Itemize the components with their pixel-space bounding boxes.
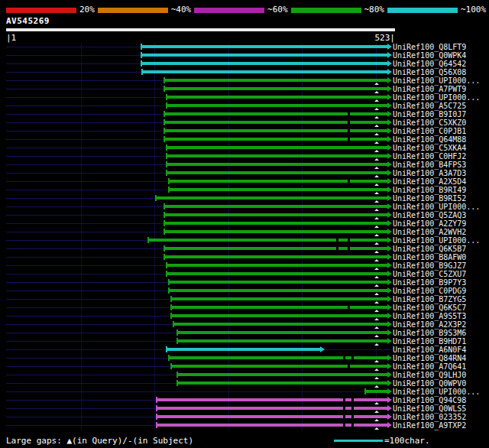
hit-label[interactable]: UniRef100_A6N0F4 xyxy=(393,346,466,354)
alignment-bar[interactable] xyxy=(164,121,388,124)
alignment-bar[interactable] xyxy=(167,96,388,99)
hit-label[interactable]: UniRef100_B9GJZ7 xyxy=(393,261,466,270)
alignment-bar[interactable] xyxy=(164,112,388,115)
hit-label[interactable]: UniRef100_Q94C98 xyxy=(393,396,466,404)
alignment-bar[interactable] xyxy=(169,356,387,359)
hit-label[interactable]: UniRef100_UPI000... xyxy=(393,93,480,102)
hit-label[interactable]: UniRef100_A2ZY79 xyxy=(393,219,466,228)
hit-label[interactable]: UniRef100_A7PWT9 xyxy=(393,85,466,93)
alignment-bar[interactable] xyxy=(164,205,388,208)
alignment-bar[interactable] xyxy=(167,163,388,166)
alignment-bar[interactable] xyxy=(142,70,388,73)
hit-label[interactable]: UniRef100_023352 xyxy=(393,413,466,421)
hit-label[interactable]: UniRef100_UPI000... xyxy=(393,388,480,396)
alignment-bar[interactable] xyxy=(148,239,387,242)
alignment-bar[interactable] xyxy=(164,230,388,233)
alignment-bar[interactable] xyxy=(164,129,388,132)
alignment-bar[interactable] xyxy=(177,339,387,342)
bar-start-tick xyxy=(156,405,157,411)
alignment-bar[interactable] xyxy=(164,87,388,90)
alignment-bar[interactable] xyxy=(167,171,388,174)
hit-label[interactable]: UniRef100_UPI000... xyxy=(393,203,480,211)
hit-label[interactable]: UniRef100_B9P7Y3 xyxy=(393,278,466,287)
hit-label[interactable]: UniRef100_A9S5T3 xyxy=(393,312,466,320)
alignment-bar[interactable] xyxy=(141,54,388,57)
hit-label[interactable]: UniRef100_Q0WLS5 xyxy=(393,404,466,413)
subject-gap-mark xyxy=(348,138,350,141)
alignment-bar[interactable] xyxy=(167,146,388,149)
alignment-bar[interactable] xyxy=(164,79,388,82)
bar-end-arrow xyxy=(387,363,392,369)
alignment-bar[interactable] xyxy=(171,365,387,368)
hit-label[interactable]: UniRef100_B4FPS3 xyxy=(393,161,466,169)
alignment-bar[interactable] xyxy=(167,104,388,107)
hit-label[interactable]: UniRef100_B9RI49 xyxy=(393,186,466,194)
alignment-bar[interactable] xyxy=(164,138,388,141)
hit-label[interactable]: UniRef100_C0PDG9 xyxy=(393,287,466,295)
hit-label[interactable]: UniRef100_Q0WPV0 xyxy=(393,379,466,388)
subject-gap-mark xyxy=(343,407,345,410)
hit-label[interactable]: UniRef100_C5XKA4 xyxy=(393,144,466,152)
hit-label[interactable]: UniRef100_B9I0J7 xyxy=(393,110,466,118)
alignment-bar[interactable] xyxy=(167,154,388,157)
alignment-bar[interactable] xyxy=(164,247,388,250)
alignment-row: UniRef100_Q8LFT9 xyxy=(0,43,489,51)
hit-label[interactable]: UniRef100_Q6K5B7 xyxy=(393,245,466,253)
alignment-bar[interactable] xyxy=(164,222,388,225)
hit-label[interactable]: UniRef100_C0PJB1 xyxy=(393,127,466,135)
hit-label[interactable]: UniRef100_UPI000... xyxy=(393,236,480,245)
alignment-row: UniRef100_Q64542 xyxy=(0,60,489,68)
hit-label[interactable]: UniRef100_B9HD71 xyxy=(393,337,466,346)
hit-label[interactable]: UniRef100_C5XKZ0 xyxy=(393,118,466,127)
alignment-bar[interactable] xyxy=(173,323,387,326)
hit-label[interactable]: UniRef100_A9TXP2 xyxy=(393,421,466,430)
hit-label[interactable]: UniRef100_Q8LFT9 xyxy=(393,43,466,51)
bar-end-arrow xyxy=(387,422,392,428)
alignment-bar[interactable] xyxy=(164,255,388,258)
hit-label[interactable]: UniRef100_UPI000... xyxy=(393,76,480,85)
hit-label[interactable]: UniRef100_A7Q641 xyxy=(393,362,466,371)
alignment-bar[interactable] xyxy=(169,289,387,292)
alignment-bar[interactable] xyxy=(169,180,387,183)
alignment-bar[interactable] xyxy=(365,390,387,393)
hit-label[interactable]: UniRef100_Q0WPK4 xyxy=(393,51,466,60)
hit-label[interactable]: UniRef100_A5C725 xyxy=(393,102,466,110)
hit-label[interactable]: UniRef100_A2X5D4 xyxy=(393,177,466,186)
alignment-bar[interactable] xyxy=(164,213,388,216)
subject-gap-mark xyxy=(351,398,354,401)
bar-end-arrow xyxy=(387,372,392,378)
hit-label[interactable]: UniRef100_Q5ZAQ3 xyxy=(393,211,466,219)
alignment-bar[interactable] xyxy=(167,348,321,351)
alignment-bar[interactable] xyxy=(171,306,387,309)
alignment-bar[interactable] xyxy=(177,381,387,385)
hit-label[interactable]: UniRef100_B8AFW0 xyxy=(393,253,466,261)
alignment-bar[interactable] xyxy=(167,264,388,267)
alignment-bar[interactable] xyxy=(169,281,387,284)
alignment-bar[interactable] xyxy=(171,314,387,317)
alignment-bar[interactable] xyxy=(156,196,387,200)
alignment-bar[interactable] xyxy=(177,373,387,376)
alignment-bar[interactable] xyxy=(167,272,388,275)
alignment-bar[interactable] xyxy=(177,331,387,334)
alignment-bar[interactable] xyxy=(171,297,387,300)
hit-label[interactable]: UniRef100_Q64M88 xyxy=(393,135,466,144)
hit-label[interactable]: UniRef100_B9RI52 xyxy=(393,194,466,203)
hit-label[interactable]: UniRef100_C0HFJ2 xyxy=(393,152,466,161)
alignment-bar[interactable] xyxy=(141,45,388,48)
hit-label[interactable]: UniRef100_Q6K5C7 xyxy=(393,304,466,312)
hit-label[interactable]: UniRef100_B9S3M6 xyxy=(393,329,466,337)
hit-label[interactable]: UniRef100_Q56X08 xyxy=(393,68,466,76)
alignment-bar[interactable] xyxy=(169,188,387,191)
hit-label[interactable]: UniRef100_Q9LHJ0 xyxy=(393,371,466,379)
bar-end-arrow xyxy=(387,119,392,125)
hit-label[interactable]: UniRef100_A2X3P2 xyxy=(393,320,466,329)
hit-label[interactable]: UniRef100_Q84RN4 xyxy=(393,354,466,362)
alignment-bar[interactable] xyxy=(141,62,388,65)
bar-end-arrow xyxy=(387,212,392,218)
hit-label[interactable]: UniRef100_Q64542 xyxy=(393,60,466,68)
hit-label[interactable]: UniRef100_C5ZXU7 xyxy=(393,270,466,278)
hit-label[interactable]: UniRef100_A2WVH2 xyxy=(393,228,466,236)
hit-label[interactable]: UniRef100_A3A7D3 xyxy=(393,169,466,177)
hit-label[interactable]: UniRef100_B7ZYG5 xyxy=(393,295,466,304)
alignment-row: UniRef100_B4FPS3 xyxy=(0,161,489,169)
